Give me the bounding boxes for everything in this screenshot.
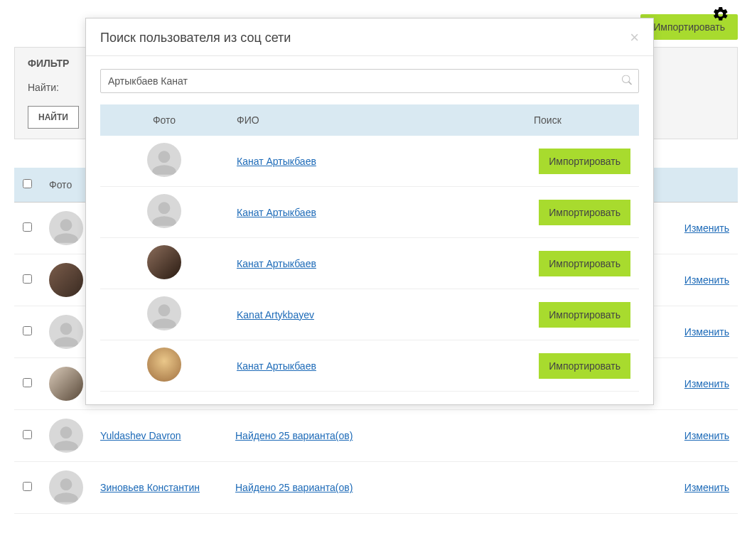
import-result-button[interactable]: Импортировать [539, 251, 630, 276]
row-checkbox[interactable] [23, 378, 32, 387]
find-button[interactable]: НАЙТИ [28, 106, 79, 129]
user-name-link[interactable]: Зиновьев Константин [100, 482, 200, 493]
result-name-link[interactable]: Канат Артыкбаев [237, 207, 316, 218]
table-row: Канат АртыкбаевИмпортировать [100, 340, 639, 392]
import-result-button[interactable]: Импортировать [539, 353, 630, 379]
search-modal: Поиск пользователя из соц сети × Фото ФИ… [85, 18, 654, 405]
status-link[interactable]: Найдено 25 варианта(ов) [235, 430, 353, 441]
avatar [49, 315, 83, 349]
row-checkbox[interactable] [23, 482, 32, 491]
avatar [147, 348, 181, 382]
result-name-link[interactable]: Kanat Artykbayev [237, 309, 314, 321]
avatar [147, 296, 181, 330]
avatar [49, 367, 83, 401]
result-name-link[interactable]: Канат Артыкбаев [237, 156, 316, 167]
import-result-button[interactable]: Импортировать [539, 302, 630, 328]
table-row: Kanat ArtykbayevИмпортировать [100, 289, 639, 340]
edit-link[interactable]: Изменить [684, 430, 729, 441]
avatar [147, 194, 181, 228]
col-header-photo: Фото [41, 168, 92, 203]
results-table: Фото ФИО Поиск Канат АртыкбаевИмпортиров… [100, 104, 639, 392]
col-header-fio: ФИО [228, 104, 525, 136]
table-row: Канат АртыкбаевИмпортировать [100, 238, 639, 289]
search-input[interactable] [100, 69, 639, 93]
table-row: Yuldashev DavronНайдено 25 варианта(ов)И… [14, 410, 738, 462]
user-name-link[interactable]: Yuldashev Davron [100, 430, 181, 441]
table-row: Зиновьев КонстантинНайдено 25 варианта(о… [14, 462, 738, 514]
col-header-photo: Фото [100, 104, 228, 136]
edit-link[interactable]: Изменить [684, 378, 729, 389]
result-name-link[interactable]: Канат Артыкбаев [237, 360, 316, 372]
result-name-link[interactable]: Канат Артыкбаев [237, 258, 316, 269]
close-icon[interactable]: × [630, 30, 639, 45]
select-all-checkbox[interactable] [23, 179, 32, 188]
status-link[interactable]: Найдено 25 варианта(ов) [235, 482, 353, 493]
edit-link[interactable]: Изменить [684, 482, 729, 493]
row-checkbox[interactable] [23, 274, 32, 284]
avatar [49, 419, 83, 453]
edit-link[interactable]: Изменить [684, 222, 729, 234]
gear-icon[interactable] [712, 6, 729, 25]
edit-link[interactable]: Изменить [684, 274, 729, 286]
table-row: Канат АртыкбаевИмпортировать [100, 136, 639, 187]
import-result-button[interactable]: Импортировать [539, 200, 630, 225]
avatar [147, 143, 181, 177]
avatar [147, 245, 181, 279]
avatar [49, 263, 83, 297]
col-header-action: Поиск [525, 104, 639, 136]
modal-title: Поиск пользователя из соц сети [100, 31, 291, 45]
row-checkbox[interactable] [23, 326, 32, 335]
avatar [49, 470, 83, 505]
table-row: Канат АртыкбаевИмпортировать [100, 187, 639, 238]
row-checkbox[interactable] [23, 222, 32, 232]
import-result-button[interactable]: Импортировать [539, 149, 630, 174]
avatar [49, 211, 83, 245]
row-checkbox[interactable] [23, 430, 32, 439]
edit-link[interactable]: Изменить [684, 326, 729, 338]
